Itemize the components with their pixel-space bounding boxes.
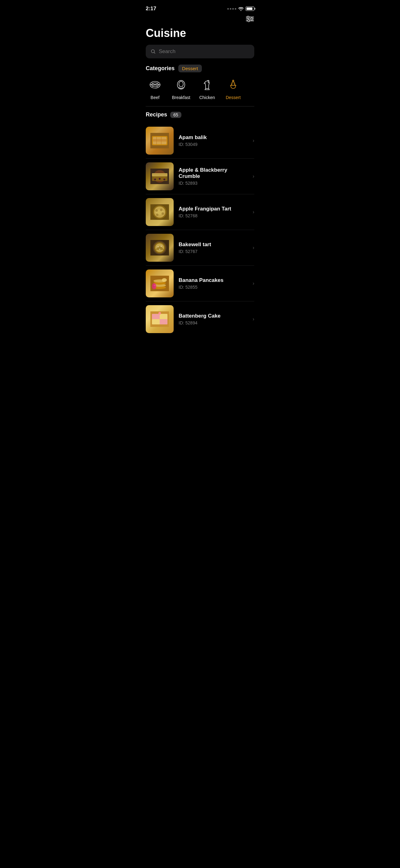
dessert-icon [227,79,239,93]
chevron-right-icon: › [253,245,254,251]
categories-section: Categories Dessert Beef [139,65,261,106]
search-icon [151,49,156,54]
recipe-name: Battenberg Cake [178,313,248,319]
filter-button[interactable] [245,16,254,24]
category-goat[interactable]: Goat [250,79,254,100]
svg-point-38 [154,179,156,180]
categories-list: Beef Breakfast [146,79,254,101]
svg-rect-67 [160,319,167,324]
status-time: 2:17 [146,6,156,12]
recipe-info-apam-balik: Apam balik ID: 53049 [178,134,248,147]
goat-icon [253,79,254,93]
svg-point-4 [251,18,253,20]
recipe-name: Apple & Blackberry Crumble [178,167,248,180]
wifi-icon [238,6,244,11]
svg-point-68 [159,312,161,314]
category-chicken[interactable]: Chicken [198,79,216,100]
category-dessert[interactable]: Dessert [224,79,242,100]
recipe-thumbnail-apam-balik [146,127,174,155]
svg-rect-31 [153,139,167,142]
svg-point-3 [247,16,249,18]
search-section [139,45,261,65]
recipes-section: Recipes 65 Apam balik ID: 53049 › [139,106,261,337]
recipe-info-bakewell: Bakewell tart ID: 52767 [178,242,248,254]
status-icons [227,6,254,11]
beef-icon [149,79,161,93]
recipe-item-battenberg[interactable]: Battenberg Cake ID: 52894 › [146,302,254,337]
recipe-item-bakewell[interactable]: Bakewell tart ID: 52767 › [146,230,254,266]
svg-point-54 [159,249,160,250]
signal-icon [227,8,236,10]
recipe-info-frangipan: Apple Frangipan Tart ID: 52768 [178,206,248,218]
breakfast-icon [175,79,187,93]
battery-icon [245,6,254,11]
chevron-right-icon: › [253,209,254,215]
recipe-name: Bakewell tart [178,242,248,248]
svg-point-45 [160,209,163,211]
recipe-thumbnail-frangipan [146,198,174,226]
category-breakfast[interactable]: Breakfast [172,79,190,100]
categories-label: Categories [146,65,174,72]
recipes-label: Recipes [146,112,167,118]
svg-point-46 [162,212,164,215]
recipe-id: ID: 52893 [178,181,248,186]
recipe-item-apam-balik[interactable]: Apam balik ID: 53049 › [146,123,254,159]
svg-point-40 [163,179,165,180]
svg-point-60 [162,278,167,282]
categories-header: Categories Dessert [146,65,254,72]
recipes-count: 65 [170,112,181,118]
chicken-icon [201,79,213,93]
recipe-item-apple-frangipan[interactable]: Apple Frangipan Tart ID: 52768 › [146,194,254,230]
svg-point-52 [158,246,159,247]
category-beef[interactable]: Beef [146,79,164,100]
recipe-info-battenberg: Battenberg Cake ID: 52894 [178,313,248,326]
svg-rect-65 [160,314,167,319]
header [139,16,261,27]
recipe-name: Apple Frangipan Tart [178,206,248,212]
recipe-id: ID: 52894 [178,320,248,326]
svg-point-47 [156,214,159,216]
status-bar: 2:17 [139,0,261,16]
chevron-right-icon: › [253,316,254,322]
beef-label: Beef [151,95,160,100]
recipe-thumbnail-battenberg [146,305,174,333]
recipe-info-banana-pancakes: Banana Pancakes ID: 52855 [178,277,248,290]
page-title: Cuisine [146,27,254,40]
svg-point-61 [152,283,156,289]
chevron-right-icon: › [253,174,254,179]
search-bar[interactable] [146,45,254,58]
svg-rect-64 [152,314,160,319]
recipe-id: ID: 52855 [178,285,248,290]
dessert-label: Dessert [226,95,241,100]
chevron-right-icon: › [253,138,254,144]
chicken-label: Chicken [199,95,215,100]
breakfast-label: Breakfast [172,95,190,100]
recipe-id: ID: 52768 [178,213,248,218]
recipe-list: Apam balik ID: 53049 › [146,123,254,337]
svg-point-39 [159,178,161,180]
chevron-right-icon: › [253,281,254,286]
svg-line-7 [154,53,155,54]
recipes-header: Recipes 65 [146,112,254,118]
recipe-info-apple-blackberry: Apple & Blackberry Crumble ID: 52893 [178,167,248,186]
svg-point-53 [161,246,162,247]
active-category-badge[interactable]: Dessert [178,65,202,72]
svg-point-13 [177,81,185,89]
recipe-thumbnail-banana [146,270,174,298]
svg-point-5 [248,20,249,22]
search-input[interactable] [159,49,249,55]
svg-point-14 [179,81,183,87]
title-section: Cuisine [139,27,261,45]
filter-icon [245,16,254,22]
recipe-name: Apam balik [178,134,248,141]
svg-point-44 [155,209,158,212]
recipe-item-apple-blackberry[interactable]: Apple & Blackberry Crumble ID: 52893 › [146,159,254,194]
recipe-name: Banana Pancakes [178,277,248,283]
recipe-id: ID: 53049 [178,142,248,147]
svg-rect-66 [152,319,160,324]
recipe-thumbnail-apple-blackberry [146,162,174,190]
recipe-thumbnail-bakewell [146,234,174,262]
recipe-item-banana-pancakes[interactable]: Banana Pancakes ID: 52855 › [146,266,254,302]
svg-point-15 [208,82,209,83]
recipe-id: ID: 52767 [178,249,248,254]
